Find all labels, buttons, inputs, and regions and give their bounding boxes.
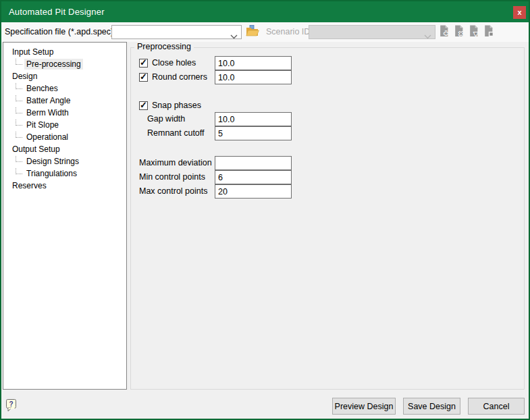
- save-design-button[interactable]: Save Design: [403, 398, 460, 415]
- tree-item-berm-width[interactable]: Berm Width: [3, 107, 126, 119]
- tree-item-label: Design Strings: [24, 156, 81, 167]
- toolbar-row: Specification file (*.apd.spec) Scenario…: [1, 22, 529, 42]
- snap-phases-label: Snap phases: [152, 99, 201, 113]
- tree-connector: [16, 83, 22, 89]
- automated-pit-designer-dialog: Automated Pit Designer x Specification f…: [0, 0, 530, 420]
- scenario-id-combobox[interactable]: [309, 25, 435, 39]
- specification-file-label: Specification file (*.apd.spec): [5, 22, 113, 42]
- save-scenario-icon: [483, 25, 494, 39]
- svg-text:?: ?: [9, 400, 13, 408]
- snap-phases-checkbox[interactable]: [139, 101, 148, 110]
- settings-tree-panel: Input Setup Pre-processing Design Benche…: [3, 42, 127, 390]
- tree-item-operational[interactable]: Operational: [3, 131, 126, 143]
- delete-scenario-button[interactable]: ✕: [451, 24, 467, 40]
- preprocessing-group-title: Preprocessing: [134, 42, 194, 51]
- import-scenario-button[interactable]: ▼: [466, 24, 481, 40]
- round-corners-label: Round corners: [152, 70, 207, 84]
- preprocessing-group: Preprocessing Close holes Round corners …: [130, 47, 525, 390]
- import-scenario-icon: ▼: [468, 25, 479, 39]
- tree-item-label: Berm Width: [24, 107, 71, 118]
- gap-width-label: Gap width: [147, 112, 185, 126]
- save-scenario-button[interactable]: [481, 24, 496, 40]
- delete-scenario-icon: ✕: [453, 25, 465, 39]
- close-holes-checkbox[interactable]: [139, 59, 148, 68]
- close-holes-label: Close holes: [152, 56, 196, 70]
- scenario-id-label: Scenario ID: [266, 22, 310, 42]
- tree-item-benches[interactable]: Benches: [3, 82, 126, 95]
- tree-item-label: Pre-processing: [24, 59, 83, 70]
- tree-item-batter-angle[interactable]: Batter Angle: [3, 95, 126, 107]
- round-corners-checkbox[interactable]: [139, 73, 148, 82]
- min-control-points-input[interactable]: [215, 170, 292, 184]
- tree-connector: [16, 107, 22, 113]
- tree-item-label: Operational: [24, 132, 70, 142]
- tree-connector: [16, 120, 22, 126]
- tree-item-input-setup[interactable]: Input Setup: [3, 46, 126, 58]
- new-scenario-icon: +: [438, 25, 450, 39]
- chevron-down-icon: [230, 30, 238, 43]
- tree-item-triangulations[interactable]: Triangulations: [3, 167, 126, 180]
- close-holes-input[interactable]: [215, 56, 292, 70]
- tree-item-label: Batter Angle: [24, 95, 72, 106]
- tree-item-label: Input Setup: [10, 47, 55, 57]
- cancel-button[interactable]: Cancel: [468, 398, 525, 415]
- titlebar: Automated Pit Designer x: [1, 1, 529, 22]
- help-bubble-icon: ?: [5, 404, 19, 415]
- maximum-deviation-input[interactable]: [215, 156, 292, 170]
- new-scenario-button[interactable]: +: [436, 24, 452, 40]
- tree-connector: [16, 168, 22, 174]
- tree-item-label: Design: [10, 71, 39, 82]
- tree-item-reserves[interactable]: Reserves: [3, 180, 126, 192]
- tree-item-label: Benches: [24, 83, 60, 94]
- max-control-points-label: Max control points: [139, 184, 207, 199]
- tree-item-label: Triangulations: [24, 168, 79, 179]
- tree-item-design-strings[interactable]: Design Strings: [3, 155, 126, 167]
- tree-connector: [16, 59, 22, 65]
- svg-text:▼: ▼: [473, 30, 478, 36]
- remnant-cutoff-input[interactable]: [215, 126, 292, 140]
- tree-item-label: Pit Slope: [24, 120, 61, 130]
- maximum-deviation-label: Maximum deviation: [139, 156, 212, 170]
- remnant-cutoff-label: Remnant cutoff: [147, 126, 205, 140]
- open-specification-button[interactable]: [244, 24, 260, 40]
- svg-text:+: +: [444, 29, 448, 36]
- tree-item-label: Output Setup: [10, 144, 62, 155]
- gap-width-input[interactable]: [215, 112, 292, 126]
- window-title: Automated Pit Designer: [9, 1, 105, 22]
- tree-item-output-setup[interactable]: Output Setup: [3, 143, 126, 155]
- open-folder-icon: [246, 25, 259, 40]
- tree-item-label: Reserves: [10, 180, 49, 191]
- tree-item-pre-processing[interactable]: Pre-processing: [3, 58, 126, 70]
- round-corners-input[interactable]: [215, 70, 292, 84]
- preview-design-button[interactable]: Preview Design: [332, 398, 396, 415]
- chevron-down-icon: [424, 30, 431, 43]
- close-button[interactable]: x: [513, 6, 526, 19]
- tree-item-pit-slope[interactable]: Pit Slope: [3, 119, 126, 131]
- tree-connector: [16, 156, 22, 162]
- tree-connector: [16, 132, 22, 138]
- specification-file-combobox[interactable]: [111, 25, 242, 39]
- tree-item-design[interactable]: Design: [3, 70, 126, 82]
- help-button[interactable]: ?: [5, 398, 19, 413]
- min-control-points-label: Min control points: [139, 170, 205, 184]
- tree-connector: [16, 95, 22, 101]
- max-control-points-input[interactable]: [215, 184, 292, 199]
- svg-text:✕: ✕: [458, 30, 463, 36]
